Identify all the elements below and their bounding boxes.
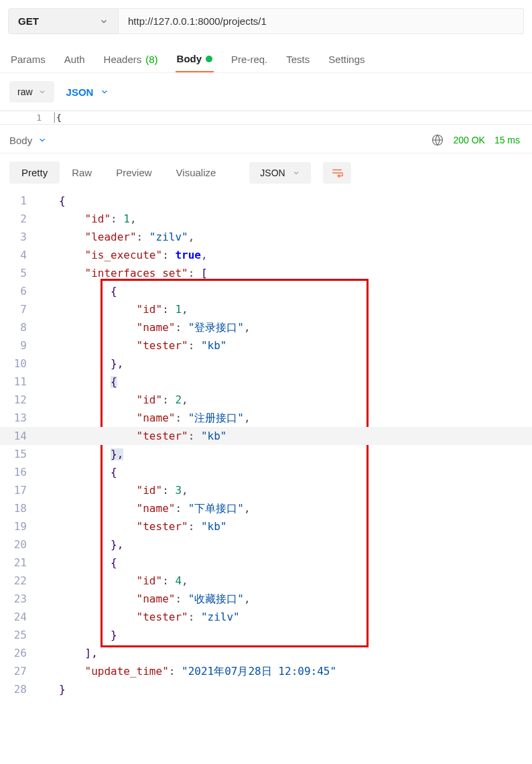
tab-params[interactable]: Params (9, 49, 47, 72)
tab-headers[interactable]: Headers (8) (103, 49, 159, 72)
tab-auth[interactable]: Auth (63, 49, 86, 72)
line-number: 1 (0, 111, 54, 124)
chevron-down-icon (99, 17, 109, 26)
viewtab-pretty[interactable]: Pretty (9, 162, 60, 184)
body-type-row: raw JSON (0, 73, 532, 111)
wrap-lines-button[interactable] (323, 162, 351, 184)
response-meta: 200 OK 15 ms (431, 134, 520, 146)
response-section-select[interactable]: Body (9, 135, 47, 146)
editor-content: { (54, 111, 532, 124)
chevron-down-icon (100, 87, 109, 97)
body-language-select[interactable]: JSON (66, 86, 110, 98)
globe-icon[interactable] (431, 134, 444, 146)
viewtab-preview[interactable]: Preview (104, 162, 163, 184)
viewtab-visualize[interactable]: Visualize (164, 162, 228, 184)
chevron-down-icon (38, 135, 47, 145)
chevron-down-icon (38, 88, 46, 96)
request-body-editor[interactable]: 1 { (0, 111, 532, 125)
tab-settings[interactable]: Settings (327, 49, 366, 72)
tab-tests[interactable]: Tests (285, 49, 311, 72)
response-view-tabs: Pretty Raw Preview Visualize JSON (0, 153, 532, 192)
chevron-down-icon (292, 169, 300, 177)
request-tabs: Params Auth Headers (8) Body Pre-req. Te… (0, 42, 532, 73)
editor-cursor: { (54, 113, 62, 123)
response-time: 15 ms (494, 135, 520, 145)
tab-prereq[interactable]: Pre-req. (230, 49, 269, 72)
response-language-select[interactable]: JSON (249, 162, 310, 184)
body-indicator-icon (206, 56, 212, 62)
response-header: Body 200 OK 15 ms (0, 125, 532, 153)
response-body[interactable]: 1{ 2 "id": 1, 3 "leader": "zilv", 4 "is_… (0, 192, 532, 698)
body-format-select[interactable]: raw (9, 81, 54, 103)
response-status: 200 OK (453, 135, 484, 145)
viewtab-raw[interactable]: Raw (60, 162, 104, 184)
tab-body[interactable]: Body (176, 49, 214, 72)
http-method-label: GET (18, 15, 39, 27)
http-method-select[interactable]: GET (8, 8, 119, 34)
url-input[interactable] (119, 8, 524, 34)
request-bar: GET (0, 0, 532, 42)
